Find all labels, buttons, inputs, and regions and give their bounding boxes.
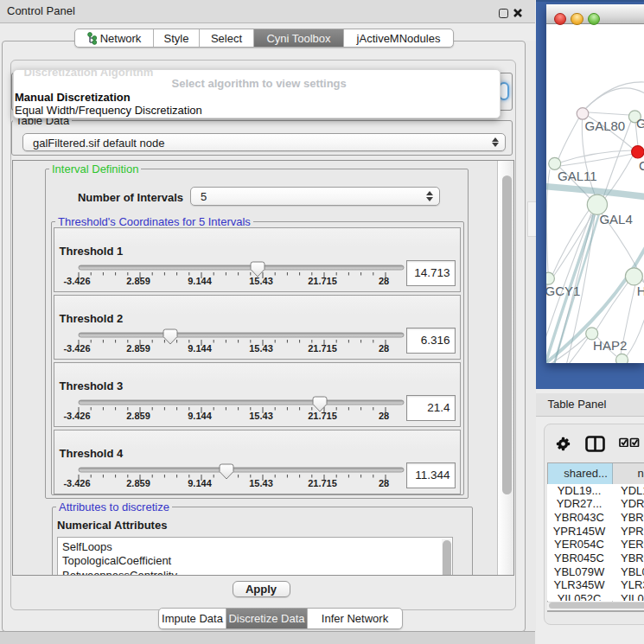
svg-text:HAP2: HAP2	[593, 338, 627, 353]
svg-text:GAL80: GAL80	[584, 118, 625, 133]
svg-text:C: C	[639, 158, 644, 173]
svg-text:GAL4: GAL4	[599, 212, 632, 226]
svg-text:GCY1: GCY1	[546, 284, 580, 298]
svg-text:G: G	[636, 116, 644, 131]
svg-text:H: H	[636, 284, 644, 298]
svg-text:GAL11: GAL11	[558, 169, 597, 183]
